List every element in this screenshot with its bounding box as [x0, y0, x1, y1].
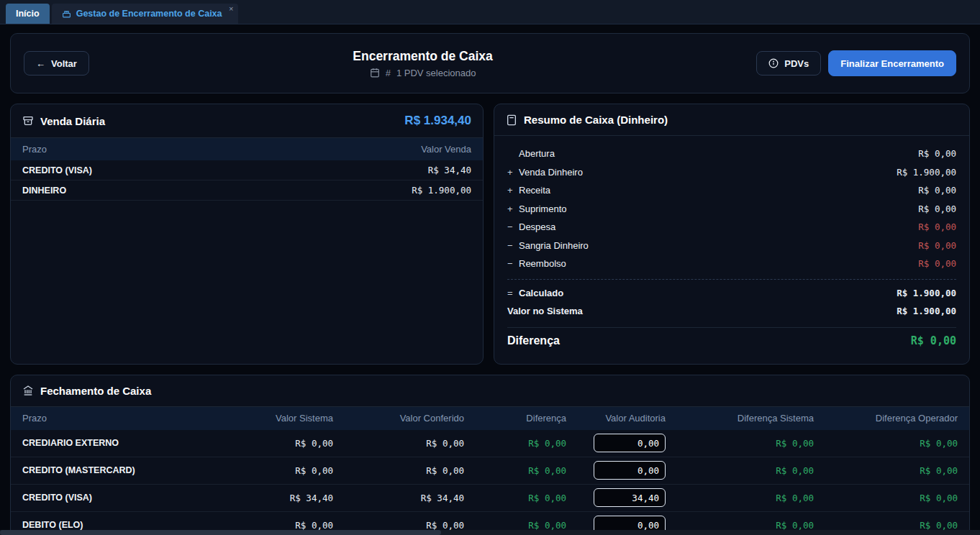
resumo-label: Reembolso: [519, 258, 566, 269]
venda-table-header: Prazo Valor Venda: [11, 138, 483, 160]
resumo-label: Sangria Dinheiro: [519, 240, 589, 251]
prazo-label: CREDITO (MASTERCARD): [22, 465, 240, 475]
valor-conferido-value: R$ 0,00: [333, 438, 464, 449]
back-arrow-icon: ←: [36, 58, 45, 69]
resumo-value: R$ 0,00: [918, 204, 956, 214]
cash-register-icon: [62, 9, 71, 19]
diferenca-value: R$ 0,00: [911, 334, 956, 347]
tab-close-icon[interactable]: ×: [229, 4, 233, 13]
resumo-label: Suprimento: [519, 204, 566, 214]
tab-inicio-label: Início: [16, 9, 40, 19]
calendar-icon: [370, 68, 380, 78]
col-diferenca-sistema: Diferença Sistema: [666, 413, 814, 424]
scrollbar-thumb[interactable]: [0, 530, 441, 535]
horizontal-scrollbar[interactable]: [0, 530, 980, 535]
minus-icon: −: [507, 240, 519, 251]
resumo-value: R$ 0,00: [918, 148, 956, 159]
page-subtitle: # 1 PDV selecionado: [353, 68, 493, 78]
resumo-row: Abertura R$ 0,00: [507, 145, 956, 163]
page-title: Encerramento de Caixa: [353, 49, 493, 64]
venda-diaria-panel: Venda Diária R$ 1.934,40 Prazo Valor Ven…: [10, 104, 484, 365]
prazo-label: CREDIARIO EXTERNO: [22, 438, 240, 448]
resumo-value: R$ 0,00: [918, 240, 956, 251]
finalizar-encerramento-button[interactable]: Finalizar Encerramento: [828, 50, 956, 76]
diferenca-value: R$ 0,00: [464, 438, 566, 449]
calculado-row: = Calculado R$ 1.900,00: [507, 284, 956, 303]
valor-sistema-value: R$ 0,00: [240, 438, 333, 449]
diferenca-sistema-value: R$ 0,00: [666, 465, 814, 476]
diferenca-operador-value: R$ 0,00: [814, 520, 958, 531]
fechamento-table-header: Prazo Valor Sistema Valor Conferido Dife…: [11, 407, 969, 430]
pdvs-button[interactable]: PDVs: [756, 51, 821, 76]
resumo-value: R$ 0,00: [918, 185, 956, 196]
resumo-row: − Reembolso R$ 0,00: [507, 255, 956, 273]
resumo-row: + Receita R$ 0,00: [507, 181, 956, 200]
calculado-value: R$ 1.900,00: [897, 288, 956, 298]
resumo-row: + Suprimento R$ 0,00: [507, 200, 956, 219]
col-diferenca-operador: Diferença Operador: [814, 413, 958, 424]
table-row: CREDITO (VISA) R$ 34,40: [11, 160, 483, 180]
table-row: DINHEIRO R$ 1.900,00: [11, 180, 483, 201]
diferenca-operador-value: R$ 0,00: [814, 465, 958, 476]
equals-icon: =: [507, 288, 519, 298]
resumo-label: Despesa: [519, 221, 555, 232]
tab-gestao-encerramento[interactable]: Gestao de Encerramento de Caixa ×: [52, 4, 238, 24]
valor-auditoria-cell: [566, 461, 666, 480]
main-content: ← Voltar Encerramento de Caixa # 1 PDV s…: [0, 24, 980, 535]
info-circle-icon: [768, 58, 779, 68]
minus-icon: −: [507, 258, 519, 269]
valor-conferido-value: R$ 0,00: [333, 520, 464, 531]
diferenca-row: Diferença R$ 0,00: [507, 328, 956, 354]
diferenca-operador-value: R$ 0,00: [814, 493, 958, 503]
minus-icon: −: [507, 221, 519, 232]
prazo-label: CREDITO (VISA): [22, 493, 240, 503]
finalizar-label: Finalizar Encerramento: [840, 58, 944, 69]
col-valor-sistema: Valor Sistema: [240, 413, 333, 424]
diferenca-value: R$ 0,00: [464, 520, 566, 531]
prazo-label: DINHEIRO: [22, 186, 66, 196]
tab-bar: Início Gestao de Encerramento de Caixa ×: [0, 0, 980, 24]
tab-inicio[interactable]: Início: [6, 4, 50, 24]
col-valor-venda: Valor Venda: [421, 144, 471, 155]
resumo-value: R$ 0,00: [918, 221, 956, 232]
fechamento-title: Fechamento de Caixa: [40, 385, 151, 397]
valor-auditoria-cell: [566, 434, 666, 452]
venda-diaria-header: Venda Diária R$ 1.934,40: [11, 104, 483, 138]
resumo-caixa-title: Resumo de Caixa (Dinheiro): [524, 114, 668, 126]
table-row: CREDITO (MASTERCARD) R$ 0,00 R$ 0,00 R$ …: [11, 457, 969, 485]
col-valor-auditoria: Valor Auditoria: [566, 413, 666, 424]
col-diferenca: Diferença: [464, 413, 566, 424]
valor-auditoria-input[interactable]: [594, 488, 666, 507]
venda-diaria-title: Venda Diária: [40, 115, 105, 127]
cash-drawer-icon: [22, 115, 34, 127]
page-header: ← Voltar Encerramento de Caixa # 1 PDV s…: [10, 33, 970, 93]
resumo-caixa-header: Resumo de Caixa (Dinheiro): [494, 104, 969, 136]
diferenca-operador-value: R$ 0,00: [814, 438, 958, 449]
valor-sistema-value: R$ 0,00: [240, 520, 333, 531]
valor-venda-value: R$ 1.900,00: [412, 185, 471, 196]
prazo-label: DEBITO (ELO): [22, 520, 240, 530]
tab-gestao-label: Gestao de Encerramento de Caixa: [76, 9, 222, 19]
diferenca-label: Diferença: [507, 334, 560, 347]
fechamento-caixa-panel: Fechamento de Caixa Prazo Valor Sistema …: [10, 375, 970, 535]
valor-auditoria-input[interactable]: [594, 434, 666, 452]
col-prazo: Prazo: [22, 144, 47, 155]
pdv-selected-text: 1 PDV selecionado: [396, 68, 476, 78]
back-button-label: Voltar: [51, 58, 77, 69]
valor-sistema-label: Valor no Sistema: [507, 306, 583, 316]
diferenca-value: R$ 0,00: [464, 465, 566, 476]
diferenca-sistema-value: R$ 0,00: [666, 438, 814, 449]
header-title-block: Encerramento de Caixa # 1 PDV selecionad…: [353, 49, 493, 78]
resumo-row: − Sangria Dinheiro R$ 0,00: [507, 237, 956, 255]
diferenca-sistema-value: R$ 0,00: [666, 493, 814, 503]
plus-icon: +: [507, 167, 519, 178]
header-actions: PDVs Finalizar Encerramento: [756, 50, 956, 76]
valor-sistema-value: R$ 34,40: [240, 493, 333, 503]
valor-auditoria-input[interactable]: [594, 461, 666, 480]
venda-diaria-total: R$ 1.934,40: [404, 114, 471, 128]
valor-venda-value: R$ 34,40: [428, 165, 471, 175]
resumo-row: + Venda Dinheiro R$ 1.900,00: [507, 163, 956, 182]
back-button[interactable]: ← Voltar: [24, 51, 89, 76]
valor-auditoria-cell: [566, 488, 666, 507]
resumo-caixa-panel: Resumo de Caixa (Dinheiro) Abertura R$ 0…: [494, 104, 970, 365]
